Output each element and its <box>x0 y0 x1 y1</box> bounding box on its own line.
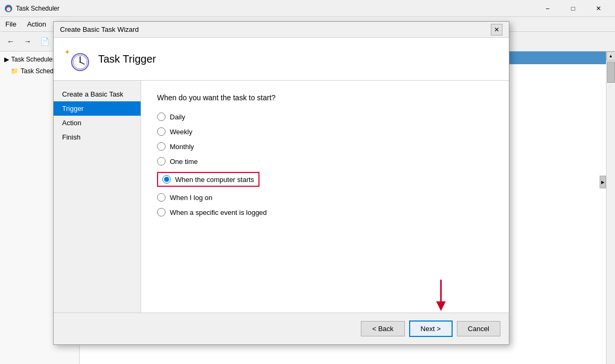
dialog-titlebar: Create Basic Task Wizard ✕ <box>54 22 509 38</box>
menu-file[interactable]: File <box>0 18 22 30</box>
wizard-icon-container: ✦ <box>64 46 90 72</box>
dialog-body: Create a Basic Task Trigger Action Finis… <box>54 81 509 314</box>
radio-onetime[interactable] <box>157 157 166 166</box>
close-button[interactable]: ✕ <box>586 0 611 17</box>
radio-event[interactable] <box>157 208 166 216</box>
titlebar-title: Task Scheduler <box>16 5 535 12</box>
dialog-header-title: Task Trigger <box>98 53 156 65</box>
dialog-title: Create Basic Task Wizard <box>60 25 491 33</box>
dialog-nav: Create a Basic Task Trigger Action Finis… <box>54 81 141 314</box>
dialog-close-button[interactable]: ✕ <box>491 24 503 36</box>
option-daily[interactable]: Daily <box>157 112 493 121</box>
label-logon: When I log on <box>170 194 212 202</box>
dialog-header: ✦ Task Trigger <box>54 38 509 81</box>
svg-text:⏰: ⏰ <box>5 5 12 12</box>
dialog-footer: < Back Next > Cancel <box>54 313 509 344</box>
sidebar-expand-icon: ▶ <box>4 56 9 63</box>
radio-startup[interactable] <box>162 175 171 184</box>
back-toolbar-button[interactable]: ← <box>3 34 18 49</box>
cancel-button[interactable]: Cancel <box>457 321 500 336</box>
nav-item-create-basic-task[interactable]: Create a Basic Task <box>54 87 141 101</box>
option-startup-highlighted: When the computer starts <box>157 172 259 187</box>
app-icon: ⏰ <box>4 4 13 13</box>
radio-daily[interactable] <box>157 112 166 121</box>
wizard-clock-icon: ✦ <box>64 46 90 72</box>
radio-logon[interactable] <box>157 193 166 202</box>
label-startup: When the computer starts <box>175 176 254 184</box>
svg-text:✦: ✦ <box>64 48 71 56</box>
create-basic-task-dialog: Create Basic Task Wizard ✕ ✦ Task <box>53 21 509 345</box>
radio-monthly[interactable] <box>157 142 166 151</box>
option-onetime[interactable]: One time <box>157 157 493 166</box>
next-button[interactable]: Next > <box>409 320 453 337</box>
sidebar-collapse-button[interactable]: ▶ <box>600 176 606 188</box>
option-event[interactable]: When a specific event is logged <box>157 208 493 216</box>
forward-toolbar-button[interactable]: → <box>20 34 35 49</box>
nav-item-action[interactable]: Action <box>54 116 141 130</box>
option-startup[interactable]: When the computer starts <box>162 175 254 184</box>
nav-item-finish[interactable]: Finish <box>54 130 141 144</box>
titlebar-controls: – □ ✕ <box>535 0 611 17</box>
svg-point-7 <box>80 62 81 63</box>
back-button[interactable]: < Back <box>361 321 404 336</box>
maximize-button[interactable]: □ <box>561 0 585 17</box>
trigger-question: When do you want the task to start? <box>157 93 493 102</box>
taskscheduler-window: ⏰ Task Scheduler – □ ✕ File Action View … <box>0 0 615 364</box>
label-weekly: Weekly <box>170 128 192 136</box>
dialog-content: When do you want the task to start? Dail… <box>141 81 509 314</box>
option-monthly[interactable]: Monthly <box>157 142 493 151</box>
option-weekly[interactable]: Weekly <box>157 127 493 136</box>
scrollbar-right[interactable]: ▲ <box>606 51 615 364</box>
radio-weekly[interactable] <box>157 127 166 136</box>
menu-action[interactable]: Action <box>22 18 51 30</box>
properties-toolbar-button[interactable]: 📄 <box>37 34 52 49</box>
titlebar: ⏰ Task Scheduler – □ ✕ <box>0 0 615 17</box>
minimize-button[interactable]: – <box>535 0 560 17</box>
nav-item-trigger[interactable]: Trigger <box>54 101 141 116</box>
scrollbar-up[interactable]: ▲ <box>607 51 616 60</box>
scrollbar-thumb[interactable] <box>607 62 615 83</box>
option-logon[interactable]: When I log on <box>157 193 493 202</box>
folder-icon: 📁 <box>11 67 19 75</box>
label-monthly: Monthly <box>170 143 194 151</box>
label-event: When a specific event is logged <box>170 209 267 216</box>
label-daily: Daily <box>170 113 185 121</box>
label-onetime: One time <box>170 158 198 166</box>
